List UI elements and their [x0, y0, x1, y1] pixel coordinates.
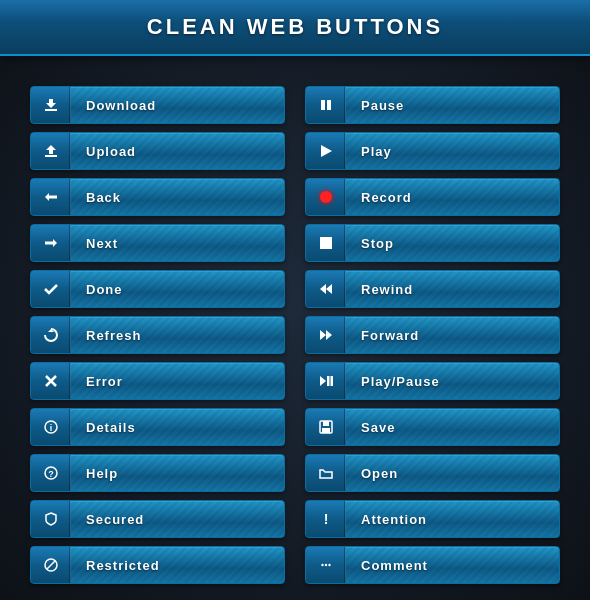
- svg-marker-19: [326, 284, 332, 294]
- svg-rect-16: [327, 100, 331, 110]
- forward-button[interactable]: Forward: [305, 316, 560, 354]
- header: CLEAN WEB BUTTONS: [0, 0, 590, 56]
- play-button[interactable]: Play: [305, 132, 560, 170]
- open-button[interactable]: Open: [305, 454, 560, 492]
- save-icon: [306, 409, 346, 445]
- attention-button[interactable]: !Attention: [305, 500, 560, 538]
- svg-rect-24: [327, 376, 330, 386]
- svg-point-31: [324, 564, 326, 566]
- page-title: CLEAN WEB BUTTONS: [0, 14, 590, 40]
- svg-point-32: [328, 564, 330, 566]
- playpause-icon: [306, 363, 346, 399]
- download-button[interactable]: Download: [30, 86, 285, 124]
- save-label: Save: [346, 420, 559, 435]
- play-icon: [306, 133, 346, 169]
- back-icon: [31, 179, 71, 215]
- help-icon: ?: [31, 455, 71, 491]
- svg-text:!: !: [323, 512, 328, 526]
- rewind-button[interactable]: Rewind: [305, 270, 560, 308]
- svg-text:i: i: [49, 423, 52, 433]
- record-label: Record: [346, 190, 559, 205]
- svg-marker-2: [46, 145, 56, 154]
- save-button[interactable]: Save: [305, 408, 560, 446]
- done-button[interactable]: Done: [30, 270, 285, 308]
- comment-button[interactable]: Comment: [305, 546, 560, 584]
- upload-label: Upload: [71, 144, 284, 159]
- refresh-label: Refresh: [71, 328, 284, 343]
- comment-label: Comment: [346, 558, 559, 573]
- error-button[interactable]: Error: [30, 362, 285, 400]
- play-pause-label: Play/Pause: [346, 374, 559, 389]
- svg-rect-18: [320, 237, 332, 249]
- rewind-label: Rewind: [346, 282, 559, 297]
- done-label: Done: [71, 282, 284, 297]
- upload-button[interactable]: Upload: [30, 132, 285, 170]
- stop-icon: [306, 225, 346, 261]
- svg-rect-1: [45, 109, 57, 111]
- help-button[interactable]: ?Help: [30, 454, 285, 492]
- help-label: Help: [71, 466, 284, 481]
- svg-line-14: [47, 561, 55, 569]
- forward-icon: [306, 317, 346, 353]
- open-label: Open: [346, 466, 559, 481]
- forward-label: Forward: [346, 328, 559, 343]
- left-column: DownloadUploadBackNextDoneRefreshErroriD…: [30, 86, 285, 584]
- svg-marker-21: [320, 330, 326, 340]
- attention-icon: !: [306, 501, 346, 537]
- stop-label: Stop: [346, 236, 559, 251]
- done-icon: [31, 271, 71, 307]
- secured-button[interactable]: Secured: [30, 500, 285, 538]
- secured-label: Secured: [71, 512, 284, 527]
- play-pause-button[interactable]: Play/Pause: [305, 362, 560, 400]
- restricted-button[interactable]: Restricted: [30, 546, 285, 584]
- pause-label: Pause: [346, 98, 559, 113]
- rewind-icon: [306, 271, 346, 307]
- svg-marker-0: [46, 99, 56, 108]
- play-label: Play: [346, 144, 559, 159]
- next-button[interactable]: Next: [30, 224, 285, 262]
- svg-rect-27: [323, 421, 329, 426]
- upload-icon: [31, 133, 71, 169]
- next-label: Next: [71, 236, 284, 251]
- refresh-button[interactable]: Refresh: [30, 316, 285, 354]
- svg-rect-25: [330, 376, 333, 386]
- details-button[interactable]: iDetails: [30, 408, 285, 446]
- record-icon: [306, 179, 346, 215]
- error-icon: [31, 363, 71, 399]
- svg-rect-28: [322, 428, 330, 433]
- svg-point-30: [321, 564, 323, 566]
- back-label: Back: [71, 190, 284, 205]
- record-button[interactable]: Record: [305, 178, 560, 216]
- restricted-icon: [31, 547, 71, 583]
- svg-marker-17: [321, 145, 332, 157]
- svg-marker-4: [45, 193, 57, 201]
- stop-button[interactable]: Stop: [305, 224, 560, 262]
- open-icon: [306, 455, 346, 491]
- restricted-label: Restricted: [71, 558, 284, 573]
- svg-rect-3: [45, 155, 57, 157]
- error-label: Error: [71, 374, 284, 389]
- svg-marker-5: [45, 239, 57, 247]
- pause-icon: [306, 87, 346, 123]
- secured-icon: [31, 501, 71, 537]
- svg-rect-15: [321, 100, 325, 110]
- back-button[interactable]: Back: [30, 178, 285, 216]
- details-icon: i: [31, 409, 71, 445]
- download-icon: [31, 87, 71, 123]
- pause-button[interactable]: Pause: [305, 86, 560, 124]
- refresh-icon: [31, 317, 71, 353]
- svg-marker-23: [320, 376, 326, 386]
- svg-text:?: ?: [48, 469, 54, 479]
- svg-marker-22: [326, 330, 332, 340]
- right-column: PausePlayRecordStopRewindForwardPlay/Pau…: [305, 86, 560, 584]
- attention-label: Attention: [346, 512, 559, 527]
- download-label: Download: [71, 98, 284, 113]
- comment-icon: [306, 547, 346, 583]
- next-icon: [31, 225, 71, 261]
- svg-marker-20: [320, 284, 326, 294]
- details-label: Details: [71, 420, 284, 435]
